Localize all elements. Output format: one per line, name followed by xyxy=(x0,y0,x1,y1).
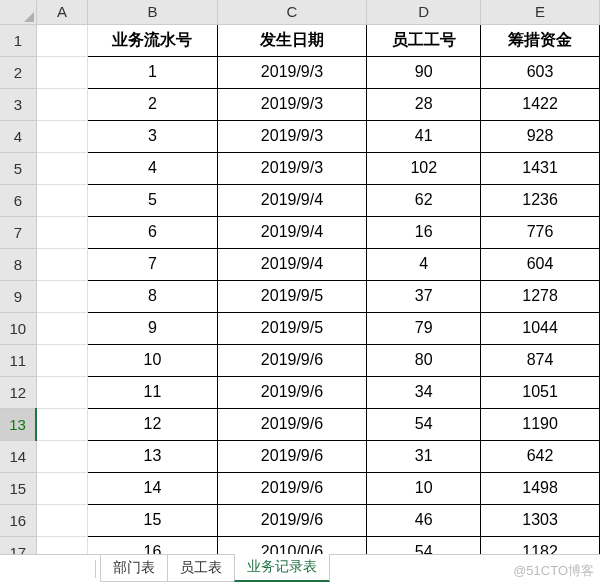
cell[interactable] xyxy=(36,216,88,248)
cell[interactable]: 80 xyxy=(367,344,481,376)
col-header-b[interactable]: B xyxy=(88,0,217,24)
cell[interactable] xyxy=(36,312,88,344)
sheet-tab-dept[interactable]: 部门表 xyxy=(100,555,168,582)
cell[interactable] xyxy=(36,184,88,216)
cell[interactable]: 604 xyxy=(481,248,600,280)
cell[interactable] xyxy=(36,408,88,440)
cell[interactable]: 90 xyxy=(367,56,481,88)
cell[interactable]: 1498 xyxy=(481,472,600,504)
row-header[interactable]: 5 xyxy=(0,152,36,184)
select-all-corner[interactable] xyxy=(0,0,36,24)
cell[interactable]: 2019/9/6 xyxy=(217,344,367,376)
cell[interactable]: 54 xyxy=(367,536,481,554)
cell[interactable] xyxy=(36,536,88,554)
cell[interactable]: 1303 xyxy=(481,504,600,536)
row-header[interactable]: 12 xyxy=(0,376,36,408)
row-header[interactable]: 3 xyxy=(0,88,36,120)
cell[interactable] xyxy=(36,120,88,152)
cell[interactable]: 2019/9/3 xyxy=(217,152,367,184)
cell[interactable]: 1051 xyxy=(481,376,600,408)
cell[interactable]: 41 xyxy=(367,120,481,152)
cell[interactable]: 2019/9/6 xyxy=(217,504,367,536)
cell[interactable] xyxy=(36,56,88,88)
cell[interactable]: 16 xyxy=(367,216,481,248)
col-header-c[interactable]: C xyxy=(217,0,367,24)
cell[interactable]: 874 xyxy=(481,344,600,376)
cell[interactable]: 79 xyxy=(367,312,481,344)
cell[interactable]: 46 xyxy=(367,504,481,536)
cell[interactable]: 928 xyxy=(481,120,600,152)
cell[interactable]: 1190 xyxy=(481,408,600,440)
cell[interactable] xyxy=(36,152,88,184)
cell[interactable]: 1044 xyxy=(481,312,600,344)
cell[interactable] xyxy=(36,344,88,376)
cell[interactable]: 7 xyxy=(88,248,217,280)
cell[interactable]: 2019/9/6 xyxy=(217,472,367,504)
cell[interactable]: 2019/9/3 xyxy=(217,88,367,120)
cell[interactable]: 2019/9/6 xyxy=(217,376,367,408)
cell[interactable]: 5 xyxy=(88,184,217,216)
cell[interactable]: 10 xyxy=(88,344,217,376)
cell[interactable]: 1422 xyxy=(481,88,600,120)
header-cell-b[interactable]: 业务流水号 xyxy=(88,24,217,56)
row-header[interactable]: 15 xyxy=(0,472,36,504)
cell[interactable]: 15 xyxy=(88,504,217,536)
cell[interactable]: 2019/9/5 xyxy=(217,312,367,344)
cell[interactable] xyxy=(36,472,88,504)
header-cell-e[interactable]: 筹措资金 xyxy=(481,24,600,56)
row-header[interactable]: 14 xyxy=(0,440,36,472)
cell[interactable]: 2010/0/6 xyxy=(217,536,367,554)
cell[interactable]: 2019/9/3 xyxy=(217,120,367,152)
row-header[interactable]: 4 xyxy=(0,120,36,152)
cell[interactable]: 2019/9/4 xyxy=(217,248,367,280)
cell[interactable]: 11 xyxy=(88,376,217,408)
cell[interactable] xyxy=(36,504,88,536)
cell[interactable] xyxy=(36,248,88,280)
cell[interactable]: 12 xyxy=(88,408,217,440)
cell[interactable]: 2019/9/4 xyxy=(217,184,367,216)
cell[interactable] xyxy=(36,88,88,120)
sheet-tab-emp[interactable]: 员工表 xyxy=(167,555,235,582)
row-header[interactable]: 16 xyxy=(0,504,36,536)
row-header[interactable]: 17 xyxy=(0,536,36,554)
row-header[interactable]: 13 xyxy=(0,408,36,440)
cell[interactable]: 603 xyxy=(481,56,600,88)
cell[interactable]: 102 xyxy=(367,152,481,184)
cell[interactable]: 4 xyxy=(367,248,481,280)
cell[interactable]: 3 xyxy=(88,120,217,152)
cell[interactable]: 2019/9/6 xyxy=(217,440,367,472)
cell[interactable]: 2019/9/6 xyxy=(217,408,367,440)
row-header[interactable]: 11 xyxy=(0,344,36,376)
sheet-tab-biz[interactable]: 业务记录表 xyxy=(234,554,330,582)
header-cell-c[interactable]: 发生日期 xyxy=(217,24,367,56)
col-header-a[interactable]: A xyxy=(36,0,88,24)
cell[interactable]: 54 xyxy=(367,408,481,440)
cell[interactable]: 34 xyxy=(367,376,481,408)
cell[interactable] xyxy=(36,440,88,472)
cell[interactable]: 776 xyxy=(481,216,600,248)
cell[interactable]: 16 xyxy=(88,536,217,554)
row-header[interactable]: 1 xyxy=(0,24,36,56)
cell[interactable]: 28 xyxy=(367,88,481,120)
cell[interactable]: 13 xyxy=(88,440,217,472)
col-header-e[interactable]: E xyxy=(481,0,600,24)
cell[interactable]: 9 xyxy=(88,312,217,344)
cell[interactable]: 10 xyxy=(367,472,481,504)
cell[interactable]: 1 xyxy=(88,56,217,88)
cell[interactable]: 6 xyxy=(88,216,217,248)
row-header[interactable]: 6 xyxy=(0,184,36,216)
cell[interactable]: 8 xyxy=(88,280,217,312)
cell[interactable]: 37 xyxy=(367,280,481,312)
cell-a1[interactable] xyxy=(36,24,88,56)
cell[interactable]: 2 xyxy=(88,88,217,120)
row-header[interactable]: 2 xyxy=(0,56,36,88)
cell[interactable]: 62 xyxy=(367,184,481,216)
cell[interactable]: 2019/9/3 xyxy=(217,56,367,88)
cell[interactable]: 1182 xyxy=(481,536,600,554)
row-header[interactable]: 7 xyxy=(0,216,36,248)
cell[interactable]: 1278 xyxy=(481,280,600,312)
cell[interactable] xyxy=(36,280,88,312)
cell[interactable]: 642 xyxy=(481,440,600,472)
cell[interactable] xyxy=(36,376,88,408)
cell[interactable]: 4 xyxy=(88,152,217,184)
